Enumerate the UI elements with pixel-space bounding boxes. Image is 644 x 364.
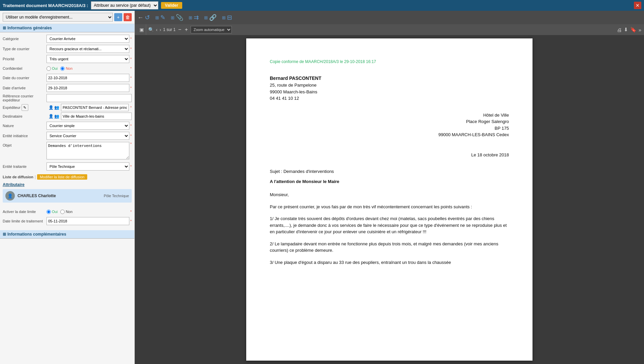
diffusion-label: Liste de diffusion [3, 175, 33, 179]
type-courrier-required: * [130, 47, 132, 51]
share-button[interactable]: ⇉ [194, 14, 199, 21]
expediteur-input[interactable] [61, 104, 129, 111]
date-arrivee-label: Date d'arrivée [3, 86, 46, 90]
type-courrier-select[interactable]: Recours gracieux et réclamati... [46, 45, 129, 53]
model-bar: Utiliser un modèle d'enregistrement... +… [0, 11, 134, 24]
valider-button[interactable]: Valider [161, 2, 182, 9]
avatar: 👤 [5, 191, 15, 201]
model-select[interactable]: Utiliser un modèle d'enregistrement... [3, 13, 113, 22]
modifier-diffusion-button[interactable]: Modifier la liste de diffusion [37, 174, 87, 180]
confidentiel-oui-radio[interactable] [46, 66, 51, 71]
pdf-search-button[interactable]: 🔍 [148, 27, 154, 32]
doc-body: Monsieur, Par ce présent courrier, je vo… [270, 191, 509, 266]
attach-expand-button[interactable]: ⊞ [171, 15, 174, 20]
edit-expand-button[interactable]: ⊞ [155, 15, 159, 20]
categorie-select[interactable]: Courrier Arrivée [46, 35, 129, 43]
destinataire-input[interactable] [61, 113, 132, 120]
ref-courrier-row: Référence courrier expéditeur [0, 93, 134, 103]
toolbar-group-columns: ⊞ ⊟ [222, 14, 232, 21]
group-icon[interactable]: 👥 [54, 105, 59, 110]
close-button[interactable]: ✕ [634, 2, 641, 9]
pdf-prev-button[interactable]: ‹ [156, 27, 158, 32]
recipient-address2: BP 175 [270, 125, 509, 132]
recipient-address3: 99000 MAARCH-LES-BAINS Cedex [270, 131, 509, 138]
expediteur-row: Expéditeur ✎ 👤 👥 * [0, 103, 134, 112]
zoom-minus-button[interactable]: − [178, 27, 182, 33]
toolbar-group-history: ← ↺ [137, 14, 150, 21]
sidebar-toggle-button[interactable]: ▣ [137, 24, 146, 35]
nature-select[interactable]: Courrier simple [46, 122, 129, 130]
attributaire-name: CHARLES Charlotte [18, 193, 101, 198]
zoom-plus-button[interactable]: + [184, 27, 188, 33]
sender-name: Bernard PASCONTENT [270, 75, 509, 82]
date-arrivee-row: Date d'arrivée * [0, 83, 134, 93]
zoom-select[interactable]: Zoom automatique [191, 26, 232, 33]
ref-courrier-input[interactable] [46, 94, 132, 102]
pdf-download-button[interactable]: ⬇ [624, 27, 628, 33]
dest-group-icon[interactable]: 👥 [54, 114, 59, 119]
nature-row: Nature Courrier simple * [0, 121, 134, 131]
confidentiel-non-label[interactable]: Non [60, 66, 72, 71]
delete-model-button[interactable]: 🗑 [124, 13, 132, 21]
date-courrier-input[interactable] [46, 74, 129, 82]
share-expand-button[interactable]: ⊞ [189, 15, 192, 20]
priorite-select[interactable]: Très urgent [46, 55, 129, 63]
entite-initiatrice-select[interactable]: Service Courrier [46, 132, 129, 140]
destinataire-people-icons: 👤 👥 [49, 114, 59, 119]
categorie-field: Courrier Arrivée [46, 35, 129, 43]
date-limite-non-radio[interactable] [60, 210, 65, 214]
date-limite-traitement-input[interactable] [46, 217, 129, 225]
pdf-page-info: 1 sur 1 [163, 27, 175, 32]
expediteur-people-icons: 👤 👥 [49, 105, 59, 110]
nature-required: * [130, 124, 132, 128]
confidentiel-oui-label[interactable]: Oui [46, 66, 58, 71]
add-model-button[interactable]: + [114, 13, 122, 21]
pdf-nav-bar: ▣ 🔍 ‹ › 1 sur 1 − + Zoom automatique 🖨 ⬇… [135, 24, 644, 35]
doc-page: Copie conforme de MAARCH/2018A/3 le 29-1… [246, 38, 533, 361]
assign-service-dropdown[interactable]: Attribuer au service (par défaut) [91, 1, 158, 9]
toolbar-group-edit: ⊞ ✎ [155, 14, 165, 21]
pdf-page-sep: sur [166, 27, 173, 32]
objet-textarea[interactable]: Demandes d'interventions [46, 142, 129, 159]
link-button[interactable]: 🔗 [209, 14, 217, 21]
recipient-address1: Place Roger Salengro [270, 118, 509, 125]
columns-expand-button[interactable]: ⊞ [222, 15, 226, 20]
person-icon[interactable]: 👤 [49, 105, 54, 110]
doc-sender: Bernard PASCONTENT 25, route de Pampelon… [270, 75, 509, 102]
date-arrivee-field [46, 84, 129, 92]
pdf-print-button[interactable]: 🖨 [617, 27, 622, 33]
date-arrivee-input[interactable] [46, 84, 129, 92]
copy-notice: Copie conforme de MAARCH/2018A/3 le 29-1… [270, 59, 509, 65]
date-limit-section: Activer la date limite Oui Non * Date li… [0, 206, 134, 228]
doc-date: Le 18 octobre 2018 [270, 152, 509, 158]
destinataire-label-text: Destinataire [3, 114, 23, 118]
date-limite-oui-label[interactable]: Oui [46, 210, 58, 214]
categorie-row: Catégorie Courrier Arrivée * [0, 34, 134, 44]
pdf-next-button[interactable]: › [160, 27, 161, 32]
entite-traitante-field: Pôle Technique [46, 162, 129, 171]
edit-button[interactable]: ✎ [160, 14, 165, 21]
main-layout: Utiliser un modèle d'enregistrement... +… [0, 11, 644, 364]
expediteur-edit-icon[interactable]: ✎ [22, 104, 28, 111]
destinataire-field-row: 👤 👥 [48, 113, 132, 120]
dest-person-icon[interactable]: 👤 [49, 114, 54, 119]
attach-button[interactable]: 📎 [176, 14, 183, 21]
back-button[interactable]: ← [137, 14, 143, 21]
history-button[interactable]: ↺ [145, 14, 150, 21]
confidentiel-non-radio[interactable] [60, 66, 65, 71]
body-paragraph1: Par ce présent courrier, je vous fais pa… [270, 204, 509, 210]
confidentiel-row: Confidentiel Oui Non * [0, 64, 134, 73]
ref-courrier-label: Référence courrier expéditeur [3, 94, 46, 102]
nature-field: Courrier simple [46, 122, 129, 130]
info-comp-icon: ⊞ [3, 232, 6, 237]
pdf-expand-button[interactable]: » [639, 27, 641, 33]
date-courrier-required: * [130, 76, 132, 80]
pdf-bookmark-button[interactable]: 🔖 [630, 27, 637, 33]
entite-traitante-select[interactable]: Pôle Technique [46, 162, 129, 171]
columns-button[interactable]: ⊟ [227, 14, 232, 21]
date-limite-non-label[interactable]: Non [60, 210, 72, 214]
confidentiel-field: Oui Non [46, 66, 129, 71]
link-expand-button[interactable]: ⊞ [204, 15, 208, 20]
doc-toolbar: ← ↺ ⊞ ✎ ⊞ 📎 ⊞ ⇉ ⊞ 🔗 ⊞ ⊟ [135, 11, 644, 24]
date-limite-oui-radio[interactable] [46, 210, 51, 214]
